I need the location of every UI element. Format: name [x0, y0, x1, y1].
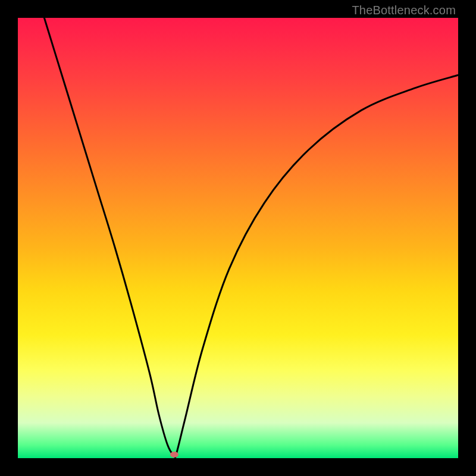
chart-container: TheBottleneck.com — [0, 0, 476, 476]
curve-layer — [18, 18, 458, 458]
optimum-marker — [170, 452, 178, 458]
bottleneck-curve — [44, 18, 458, 458]
watermark-text: TheBottleneck.com — [352, 4, 456, 17]
